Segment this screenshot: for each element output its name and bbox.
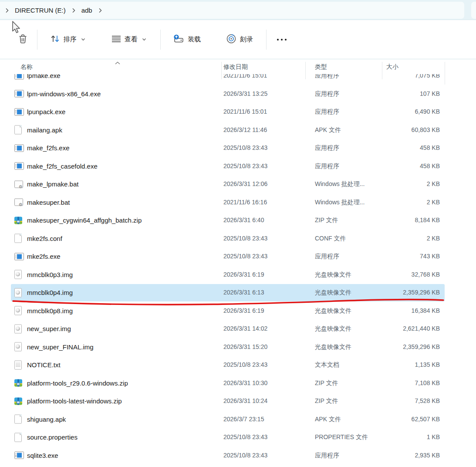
column-header-date[interactable]: 修改日期 <box>223 63 248 71</box>
file-file-icon <box>14 125 22 135</box>
more-dots-icon <box>285 39 287 41</box>
sort-button[interactable]: 排序 <box>48 30 88 49</box>
table-row[interactable]: make_f2fs.exe 2025/10/8 23:43 应用程序 458 K… <box>0 139 476 157</box>
breadcrumb-drive[interactable]: DIRECTRUN (E:) <box>11 5 69 16</box>
table-row[interactable]: sqlite3.exe 2025/10/8 23:43 应用程序 2,935 K… <box>0 447 476 465</box>
file-type: 光盘映像文件 <box>315 320 351 338</box>
file-date-modified: 2026/3/31 6:19 <box>223 266 264 284</box>
table-row[interactable]: mmcblk0p4.img 2026/3/31 6:13 光盘映像文件 2,35… <box>0 284 476 302</box>
more-options-button[interactable] <box>274 39 289 41</box>
zip-file-icon <box>14 397 22 405</box>
file-name: makesuper_cygwin64_affggh_batch.zip <box>27 211 142 230</box>
file-size: 2 KB <box>382 193 440 212</box>
toolbar-separator <box>37 30 37 50</box>
chevron-down-icon <box>81 38 85 41</box>
file-size: 458 KB <box>382 139 440 157</box>
file-date-modified: 2026/3/31 13:25 <box>223 85 267 103</box>
file-date-modified: 2025/10/8 23:43 <box>223 230 267 248</box>
file-size: 2 KB <box>382 230 440 248</box>
table-row[interactable]: platform-tools_r29.0.6-windows.zip 2026/… <box>0 374 476 393</box>
table-row[interactable]: makesuper_cygwin64_affggh_batch.zip 2026… <box>0 211 476 230</box>
file-name: source.properties <box>27 428 78 447</box>
sort-button-label: 排序 <box>64 35 77 44</box>
file-list: lpmake.exe 2021/11/6 15:01 应用程序 7,075 KB… <box>0 74 476 467</box>
table-row[interactable]: source.properties 2025/10/8 23:43 PROPER… <box>0 428 476 447</box>
burn-button[interactable]: 刻录 <box>223 30 256 49</box>
table-row[interactable]: new_super.img 2026/3/31 14:02 光盘映像文件 2,6… <box>0 320 476 338</box>
file-type: APK 文件 <box>315 121 341 139</box>
file-size: 1,135 KB <box>382 356 440 374</box>
file-type: 光盘映像文件 <box>315 302 351 320</box>
file-type: 应用程序 <box>315 85 339 103</box>
table-row[interactable]: platform-tools-latest-windows.zip 2026/3… <box>0 392 476 410</box>
file-name: mailang.apk <box>27 121 62 139</box>
chevron-right-icon[interactable] <box>96 8 105 13</box>
table-row[interactable]: lpm-windows-x86_64.exe 2026/3/31 13:25 应… <box>0 85 476 103</box>
chevron-right-icon[interactable] <box>3 8 11 13</box>
file-date-modified: 2026/3/31 14:02 <box>223 320 267 338</box>
toolbar-separator <box>160 30 161 50</box>
file-type: 应用程序 <box>315 247 339 266</box>
table-row[interactable]: NOTICE.txt 2025/10/8 23:43 文本文档 1,135 KB <box>0 356 476 374</box>
table-row[interactable]: mailang.apk 2026/3/12 11:46 APK 文件 60,80… <box>0 121 476 139</box>
delete-button[interactable] <box>16 30 30 49</box>
table-row[interactable]: make_lpmake.bat 2026/3/31 12:06 Windows … <box>0 175 476 193</box>
trash-icon <box>18 34 27 45</box>
file-type: CONF 文件 <box>315 230 346 248</box>
table-row[interactable]: mke2fs.exe 2025/10/8 23:43 应用程序 743 KB <box>0 247 476 266</box>
table-row[interactable]: shiguang.apk 2026/3/7 23:15 APK 文件 62,50… <box>0 410 476 429</box>
file-size: 2,359,296 KB <box>382 338 440 356</box>
exe-file-icon <box>14 253 24 260</box>
column-header-type[interactable]: 类型 <box>315 63 327 71</box>
file-name: sqlite3.exe <box>27 447 58 465</box>
file-date-modified: 2025/10/8 23:43 <box>223 428 267 447</box>
exe-file-icon <box>14 144 24 152</box>
mount-button-label: 装载 <box>188 35 201 44</box>
file-date-modified: 2026/3/31 12:06 <box>223 175 267 193</box>
search-box[interactable] <box>471 2 476 19</box>
view-button[interactable]: 查看 <box>109 30 149 49</box>
table-row[interactable]: makesuper.bat 2021/11/6 16:16 Windows 批处… <box>0 193 476 212</box>
breadcrumb-folder[interactable]: adb <box>78 5 96 16</box>
file-name: make_lpmake.bat <box>27 175 78 193</box>
file-file-icon <box>14 433 22 442</box>
img-file-icon <box>14 270 22 279</box>
column-header-name[interactable]: 名称 <box>20 63 33 71</box>
file-date-modified: 2021/11/6 15:01 <box>223 103 267 121</box>
zip-file-icon <box>14 379 22 387</box>
table-row[interactable]: lpmake.exe 2021/11/6 15:01 应用程序 7,075 KB <box>0 74 476 85</box>
img-file-icon <box>14 288 22 297</box>
file-name: makesuper.bat <box>27 193 70 212</box>
zip-file-icon <box>14 217 22 224</box>
table-row[interactable]: mmcblk0p8.img 2026/3/31 6:19 光盘映像文件 16,3… <box>0 302 476 320</box>
file-type: 光盘映像文件 <box>315 266 351 284</box>
table-row[interactable]: mmcblk0p3.img 2026/3/31 6:19 光盘映像文件 32,7… <box>0 266 476 284</box>
file-name: mke2fs.exe <box>27 247 61 266</box>
file-name: make_f2fs_casefold.exe <box>27 157 98 176</box>
file-date-modified: 2026/3/12 11:46 <box>223 121 267 139</box>
img-file-icon <box>14 342 22 352</box>
file-name: new_super_FINAL.img <box>27 338 94 356</box>
chevron-right-icon[interactable] <box>69 8 78 13</box>
table-row[interactable]: lpunpack.exe 2021/11/6 15:01 应用程序 6,490 … <box>0 103 476 121</box>
file-date-modified: 2025/10/8 23:43 <box>223 356 267 374</box>
file-size: 7,108 KB <box>382 374 440 393</box>
sort-arrows-icon <box>51 34 60 44</box>
file-name: lpm-windows-x86_64.exe <box>27 85 101 103</box>
table-row[interactable]: new_super_FINAL.img 2026/3/31 15:20 光盘映像… <box>0 338 476 356</box>
file-file-icon <box>14 415 22 424</box>
breadcrumb[interactable]: DIRECTRUN (E:) adb <box>0 2 464 19</box>
column-header-size[interactable]: 大小 <box>386 63 398 71</box>
file-type: APK 文件 <box>315 410 341 429</box>
file-name: make_f2fs.exe <box>27 139 70 157</box>
table-row[interactable]: make_f2fs_casefold.exe 2025/10/8 23:43 应… <box>0 157 476 176</box>
file-date-modified: 2025/10/8 23:43 <box>223 447 267 465</box>
file-name: lpunpack.exe <box>27 103 65 121</box>
file-name: mmcblk0p3.img <box>27 266 73 284</box>
file-type: PROPERTIES 文件 <box>315 428 368 447</box>
table-row[interactable]: mke2fs.conf 2025/10/8 23:43 CONF 文件 2 KB <box>0 230 476 248</box>
file-date-modified: 2026/3/31 15:20 <box>223 338 267 356</box>
file-file-icon <box>14 234 22 243</box>
mount-button[interactable]: 装载 <box>170 30 203 49</box>
file-name: lpmake.exe <box>27 74 61 85</box>
